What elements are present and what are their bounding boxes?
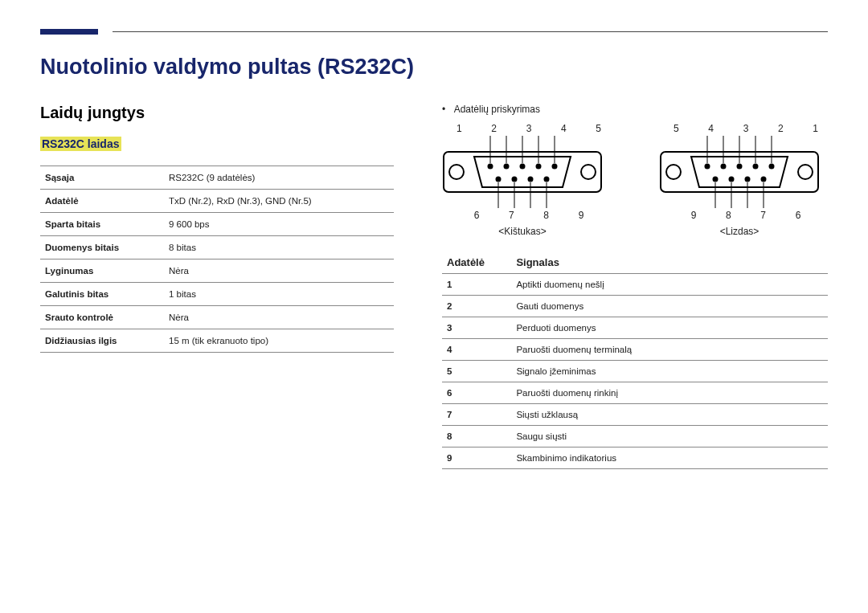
svg-point-4 [504, 164, 510, 170]
spec-label: Galutinis bitas [40, 283, 164, 306]
signal-name: Perduoti duomenys [511, 317, 828, 339]
page-title: Nuotolinio valdymo pultas (RS232C) [40, 55, 828, 80]
spec-table: SąsajaRS232C (9 adatėlės) AdatėlėTxD (Nr… [40, 166, 394, 353]
table-row: Sparta bitais9 600 bps [40, 213, 394, 236]
plug-diagram: 1 2 3 4 5 6 7 8 9 <Kištukas [442, 123, 603, 237]
spec-label: Adatėlė [40, 190, 164, 213]
socket-label: <Lizdas> [659, 226, 820, 237]
spec-label: Sąsaja [40, 166, 164, 190]
table-row: 7Siųsti užklausą [442, 404, 828, 426]
svg-point-30 [729, 177, 735, 182]
table-row: 6Paruošti duomenų rinkinį [442, 382, 828, 404]
plug-label: <Kištukas> [442, 226, 603, 237]
signal-pin: 5 [442, 361, 511, 382]
svg-point-23 [798, 165, 813, 179]
signal-name: Siųsti užklausą [511, 404, 828, 426]
signal-name: Paruošti duomenų rinkinį [511, 382, 828, 404]
signal-name: Skambinimo indikatorius [511, 447, 828, 469]
table-row: 9Skambinimo indikatorius [442, 447, 828, 469]
signal-pin: 3 [442, 317, 511, 339]
table-row: LyginumasNėra [40, 260, 394, 283]
signal-pin: 1 [442, 274, 511, 296]
signal-table: Adatėlė Signalas 1Aptikti duomenų nešlį … [442, 251, 828, 469]
svg-point-32 [761, 177, 767, 182]
socket-diagram: 5 4 3 2 1 9 8 7 6 <Lizdas> [659, 123, 820, 237]
svg-point-6 [536, 164, 542, 170]
table-row: Duomenys bitais8 bitas [40, 236, 394, 260]
section-title: Laidų jungtys [40, 104, 394, 122]
spec-label: Duomenys bitais [40, 236, 164, 260]
signal-pin: 4 [442, 339, 511, 361]
svg-point-10 [528, 177, 534, 182]
table-row: Galutinis bitas1 bitas [40, 283, 394, 306]
svg-point-11 [544, 177, 550, 182]
table-row: 4Paruošti duomenų terminalą [442, 339, 828, 361]
signal-pin: 6 [442, 382, 511, 404]
sub-title: RS232C laidas [40, 137, 121, 151]
plug-bottom-pins: 6 7 8 9 [463, 210, 603, 221]
svg-point-31 [745, 177, 751, 182]
signal-pin: 2 [442, 296, 511, 317]
col-pin: Adatėlė [442, 251, 511, 274]
svg-point-5 [520, 164, 526, 170]
spec-value: 1 bitas [164, 283, 394, 306]
table-row: 3Perduoti duomenys [442, 317, 828, 339]
signal-name: Aptikti duomenų nešlį [511, 274, 828, 296]
table-row: 8Saugu siųsti [442, 426, 828, 447]
svg-point-2 [581, 165, 596, 179]
spec-value: 9 600 bps [164, 213, 394, 236]
table-row: SąsajaRS232C (9 adatėlės) [40, 166, 394, 190]
bullet-text: Adatėlių priskyrimas [454, 104, 540, 115]
table-row: 1Aptikti duomenų nešlį [442, 274, 828, 296]
spec-label: Lyginumas [40, 260, 164, 283]
signal-name: Paruošti duomenų terminalą [511, 339, 828, 361]
signal-pin: 8 [442, 426, 511, 447]
socket-top-pins: 5 4 3 2 1 [674, 123, 820, 134]
right-column: • Adatėlių priskyrimas 1 2 3 4 5 [442, 104, 828, 469]
bullet-icon: • [442, 104, 452, 115]
spec-label: Sparta bitais [40, 213, 164, 236]
spec-label: Srauto kontrolė [40, 306, 164, 329]
svg-point-1 [449, 165, 464, 179]
svg-point-3 [488, 164, 493, 170]
table-row: AdatėlėTxD (Nr.2), RxD (Nr.3), GND (Nr.5… [40, 190, 394, 213]
connector-diagrams: 1 2 3 4 5 6 7 8 9 <Kištukas [442, 123, 828, 237]
top-divider [113, 31, 828, 32]
plug-connector-icon [442, 136, 603, 208]
svg-point-27 [753, 164, 759, 170]
table-row: Srauto kontrolėNėra [40, 306, 394, 329]
table-row: 5Signalo įžeminimas [442, 361, 828, 382]
signal-name: Signalo įžeminimas [511, 361, 828, 382]
table-row: Didžiausias ilgis15 m (tik ekranuoto tip… [40, 329, 394, 353]
spec-value: RS232C (9 adatėlės) [164, 166, 394, 190]
signal-name: Saugu siųsti [511, 426, 828, 447]
left-column: Laidų jungtys RS232C laidas SąsajaRS232C… [40, 104, 394, 469]
socket-bottom-pins: 9 8 7 6 [680, 210, 820, 221]
svg-point-24 [705, 164, 710, 170]
spec-value: Nėra [164, 306, 394, 329]
signal-name: Gauti duomenys [511, 296, 828, 317]
svg-point-8 [496, 177, 502, 182]
plug-top-pins: 1 2 3 4 5 [457, 123, 603, 134]
svg-point-25 [721, 164, 727, 170]
socket-connector-icon [659, 136, 820, 208]
signal-pin: 9 [442, 447, 511, 469]
svg-point-26 [737, 164, 743, 170]
svg-point-29 [713, 177, 719, 182]
spec-value: 8 bitas [164, 236, 394, 260]
svg-point-22 [666, 165, 681, 179]
col-signal: Signalas [511, 251, 828, 274]
svg-point-7 [552, 164, 558, 170]
bullet-row: • Adatėlių priskyrimas [442, 104, 828, 115]
svg-point-28 [769, 164, 775, 170]
spec-value: TxD (Nr.2), RxD (Nr.3), GND (Nr.5) [164, 190, 394, 213]
signal-pin: 7 [442, 404, 511, 426]
spec-value: Nėra [164, 260, 394, 283]
accent-bar [40, 29, 98, 35]
spec-value: 15 m (tik ekranuoto tipo) [164, 329, 394, 353]
spec-label: Didžiausias ilgis [40, 329, 164, 353]
svg-point-9 [512, 177, 518, 182]
table-row: 2Gauti duomenys [442, 296, 828, 317]
table-header-row: Adatėlė Signalas [442, 251, 828, 274]
content-columns: Laidų jungtys RS232C laidas SąsajaRS232C… [40, 104, 828, 469]
